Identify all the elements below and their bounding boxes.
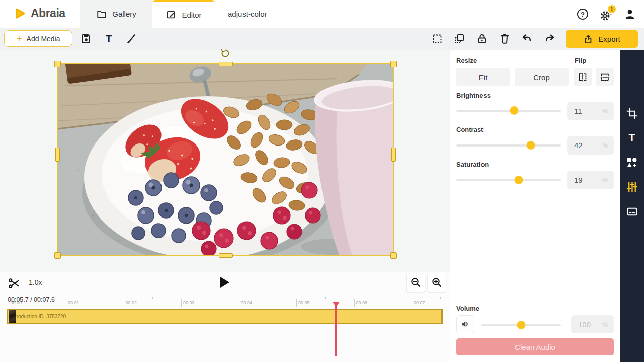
ruler-label: 00:07 <box>414 300 425 305</box>
flip-horizontal-button[interactable] <box>574 68 592 86</box>
resize-handle-se[interactable] <box>390 252 397 259</box>
text-tool-button[interactable]: T <box>102 32 116 46</box>
contrast-slider[interactable] <box>456 144 561 147</box>
marquee-select-button[interactable] <box>430 32 444 46</box>
brightness-value[interactable]: 11 <box>574 107 582 115</box>
zoom-out-button[interactable] <box>407 273 425 292</box>
sidebar-crop-tool[interactable] <box>626 107 638 119</box>
captions-icon <box>626 206 638 218</box>
percent-suffix: % <box>602 321 608 328</box>
fit-button[interactable]: Fit <box>456 68 510 86</box>
volume-slider[interactable] <box>481 324 561 326</box>
ruler-tick <box>412 299 412 307</box>
ruler-minor-tick <box>152 297 153 299</box>
plus-icon: + <box>16 34 22 43</box>
ruler-tick <box>296 299 297 307</box>
percent-suffix: % <box>602 177 608 184</box>
project-title: adjust-color <box>228 10 267 18</box>
cut-button[interactable] <box>7 276 21 291</box>
rotate-handle[interactable] <box>220 48 231 59</box>
properties-panel: Resize Flip Fit Crop Brightness 11 % Con… <box>450 50 620 362</box>
volume-slider-thumb[interactable] <box>517 321 526 329</box>
timeline-ruler[interactable]: 00:0000:0100:0200:0300:0400:0500:0600:07 <box>0 297 450 309</box>
clip-label: Production ID_3753720 <box>13 314 66 319</box>
playhead-line[interactable] <box>335 303 337 356</box>
rotate-arrows-icon <box>220 48 230 58</box>
header: Abraia Gallery Editor adjust-color ? 1 <box>0 0 644 28</box>
contrast-value-box[interactable]: 42 % <box>567 136 614 155</box>
export-button[interactable]: Export <box>566 30 638 48</box>
editor-icon <box>166 9 177 20</box>
clip-thumbnail <box>9 310 16 323</box>
text-icon: T <box>626 131 638 143</box>
tab-editor-label: Editor <box>182 11 201 19</box>
sidebar-shapes-tool[interactable] <box>626 156 638 168</box>
brush-button[interactable] <box>124 32 138 46</box>
brightness-slider-thumb[interactable] <box>510 106 519 115</box>
redo-button[interactable] <box>543 32 557 46</box>
timeline-panel: 1.0x 00:0000:0100:0200:0300:0400:0500:06… <box>0 272 450 362</box>
export-icon <box>583 34 593 44</box>
account-button[interactable] <box>623 7 637 21</box>
save-button[interactable] <box>79 32 93 46</box>
resize-handle-s[interactable] <box>219 253 233 258</box>
add-media-button[interactable]: + Add Media <box>4 30 72 47</box>
brightness-slider[interactable] <box>456 110 561 112</box>
ruler-tick <box>66 299 66 307</box>
lock-button[interactable] <box>475 32 489 46</box>
ruler-label: 00:04 <box>241 300 253 305</box>
video-clip-track[interactable]: Production ID_3753720 <box>7 309 443 324</box>
tab-gallery[interactable]: Gallery <box>80 0 152 28</box>
delete-button[interactable] <box>498 32 512 46</box>
resize-handle-w[interactable] <box>55 148 60 162</box>
contrast-slider-thumb[interactable] <box>526 141 535 150</box>
resize-handle-e[interactable] <box>391 148 396 162</box>
playback-speed[interactable]: 1.0x <box>29 278 42 286</box>
flip-horizontal-icon <box>577 71 588 83</box>
flip-label: Flip <box>575 57 586 64</box>
ruler-minor-tick <box>440 297 441 299</box>
zoom-in-button[interactable] <box>428 273 446 292</box>
percent-suffix: % <box>602 142 608 149</box>
notification-badge: 1 <box>607 4 617 14</box>
flip-vertical-button[interactable] <box>596 68 614 86</box>
saturation-value-box[interactable]: 19 % <box>567 171 614 189</box>
tab-editor[interactable]: Editor <box>152 0 215 28</box>
saturation-slider[interactable] <box>456 179 561 181</box>
resize-handle-ne[interactable] <box>390 61 397 67</box>
saturation-value[interactable]: 19 <box>574 176 583 184</box>
ruler-tick <box>124 299 124 307</box>
timecode: 00:05.7 / 00:07.6 <box>8 296 55 303</box>
play-button[interactable] <box>220 277 229 288</box>
resize-handle-nw[interactable] <box>54 61 61 67</box>
brightness-value-box[interactable]: 11 % <box>567 102 614 120</box>
ruler-minor-tick <box>325 297 326 299</box>
ruler-label: 00:01 <box>68 300 79 305</box>
ruler-label: 00:02 <box>126 300 137 305</box>
clean-audio-label: Clean Audio <box>515 343 555 351</box>
resize-handle-n[interactable] <box>219 62 233 66</box>
sidebar-adjust-tool[interactable] <box>626 181 638 193</box>
svg-text:?: ? <box>581 11 585 18</box>
app-logo[interactable]: Abraia <box>13 7 65 20</box>
volume-value: 100 <box>578 320 591 329</box>
sidebar-captions-tool[interactable] <box>626 205 638 218</box>
volume-value-box: 100 % <box>571 315 614 333</box>
clean-audio-button[interactable]: Clean Audio <box>456 338 614 355</box>
undo-button[interactable] <box>520 32 534 46</box>
ruler-minor-tick <box>268 297 268 299</box>
video-frame[interactable] <box>58 64 393 255</box>
tools-sidebar: T <box>620 50 644 362</box>
saturation-slider-thumb[interactable] <box>514 176 523 184</box>
sidebar-text-tool[interactable]: T <box>626 131 638 143</box>
duplicate-button[interactable] <box>452 32 466 46</box>
help-button[interactable]: ? <box>576 7 590 21</box>
export-label: Export <box>598 35 620 43</box>
canvas-area <box>0 50 450 272</box>
crop-button[interactable]: Crop <box>515 68 569 86</box>
fit-button-label: Fit <box>479 73 488 82</box>
contrast-value[interactable]: 42 <box>574 141 583 150</box>
resize-handle-sw[interactable] <box>54 252 61 259</box>
mute-button[interactable] <box>456 315 474 333</box>
folder-icon <box>96 9 107 20</box>
